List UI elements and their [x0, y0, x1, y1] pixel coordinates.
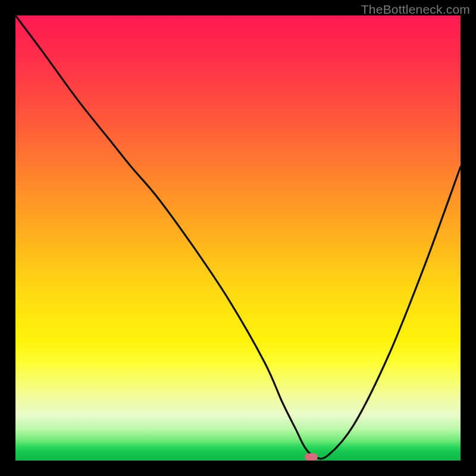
curve-path — [15, 15, 461, 459]
watermark-text: TheBottleneck.com — [361, 2, 470, 17]
optimal-marker — [305, 453, 318, 461]
bottleneck-curve — [15, 15, 461, 461]
plot-area — [15, 15, 461, 461]
chart-frame: TheBottleneck.com — [0, 0, 476, 476]
